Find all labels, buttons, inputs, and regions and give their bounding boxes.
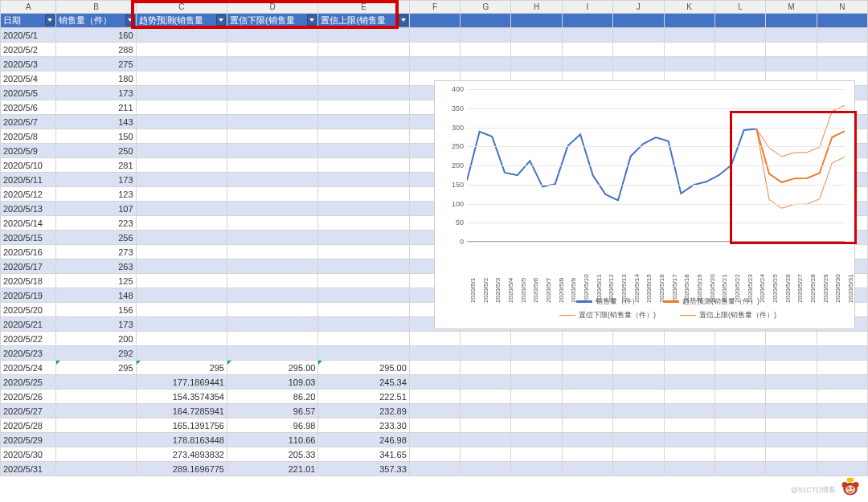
cell[interactable] (136, 288, 227, 303)
column-header[interactable]: M (766, 1, 817, 14)
cell[interactable]: 250 (56, 144, 136, 158)
cell[interactable]: 177.1869441 (136, 375, 227, 390)
table-row[interactable]: 2020/5/2288 (1, 43, 868, 57)
cell[interactable]: 2020/5/26 (1, 390, 56, 404)
column-header[interactable]: B (56, 1, 136, 14)
cell[interactable]: 245.34 (318, 375, 409, 390)
cell[interactable]: 173 (56, 173, 136, 187)
cell[interactable] (136, 346, 227, 361)
cell[interactable]: 123 (56, 187, 136, 202)
header-row[interactable]: 日期销售量（件）趋势预测(销售量置信下限(销售量置信上限(销售量 (1, 14, 868, 28)
cell[interactable]: 2020/5/14 (1, 216, 56, 231)
cell[interactable]: 263 (56, 259, 136, 274)
cell[interactable] (318, 100, 409, 115)
table-row[interactable]: 2020/5/27164.728594196.57232.89 (1, 404, 868, 418)
cell[interactable] (136, 115, 227, 129)
cell[interactable] (227, 100, 317, 115)
cell[interactable]: 295.00 (227, 361, 317, 375)
cell[interactable]: 148 (56, 288, 136, 303)
cell[interactable] (136, 144, 227, 158)
cell[interactable] (318, 202, 409, 216)
cell[interactable]: 2020/5/29 (1, 433, 56, 447)
cell[interactable] (56, 375, 136, 390)
cell[interactable] (136, 231, 227, 245)
cell[interactable] (227, 71, 317, 86)
cell[interactable] (136, 303, 227, 317)
cell[interactable] (136, 173, 227, 187)
cell[interactable]: 295.00 (318, 361, 409, 375)
cell[interactable]: 295 (136, 361, 227, 375)
cell[interactable] (318, 245, 409, 259)
column-header[interactable]: J (613, 1, 664, 14)
cell[interactable]: 357.33 (318, 462, 409, 476)
cell[interactable]: 154.3574354 (136, 390, 227, 404)
table-row[interactable]: 2020/5/3275 (1, 57, 868, 71)
header-cell[interactable]: 销售量（件） (56, 14, 136, 28)
cell[interactable] (56, 390, 136, 404)
cell[interactable]: 173 (56, 317, 136, 332)
cell[interactable]: 256 (56, 231, 136, 245)
cell[interactable] (227, 303, 317, 317)
cell[interactable] (136, 317, 227, 332)
cell[interactable]: 200 (56, 332, 136, 346)
cell[interactable]: 205.33 (227, 447, 317, 462)
cell[interactable]: 156 (56, 303, 136, 317)
header-cell[interactable]: 日期 (1, 14, 56, 28)
cell[interactable] (227, 144, 317, 158)
cell[interactable] (136, 100, 227, 115)
column-header[interactable]: C (136, 1, 227, 14)
cell[interactable] (227, 173, 317, 187)
cell[interactable] (227, 28, 317, 43)
cell[interactable]: 2020/5/11 (1, 173, 56, 187)
cell[interactable] (318, 216, 409, 231)
cell[interactable]: 2020/5/10 (1, 158, 56, 173)
column-header[interactable]: D (227, 1, 317, 14)
cell[interactable] (56, 462, 136, 476)
column-header[interactable]: K (664, 1, 714, 14)
filter-dropdown-icon[interactable] (307, 14, 317, 26)
cell[interactable]: 164.7285941 (136, 404, 227, 418)
cell[interactable]: 2020/5/6 (1, 100, 56, 115)
cell[interactable] (136, 158, 227, 173)
table-row[interactable]: 2020/5/28165.139175696.98233.30 (1, 418, 868, 433)
cell[interactable]: 143 (56, 115, 136, 129)
table-row[interactable]: 2020/5/24295295295.00295.00 (1, 361, 868, 375)
cell[interactable] (318, 144, 409, 158)
cell[interactable] (227, 57, 317, 71)
cell[interactable]: 341.65 (318, 447, 409, 462)
table-row[interactable]: 2020/5/30273.4893832205.33341.65 (1, 447, 868, 462)
cell[interactable] (318, 43, 409, 57)
cell[interactable]: 96.57 (227, 404, 317, 418)
cell[interactable]: 289.1696775 (136, 462, 227, 476)
cell[interactable]: 109.03 (227, 375, 317, 390)
cell[interactable]: 2020/5/22 (1, 332, 56, 346)
cell[interactable]: 2020/5/13 (1, 202, 56, 216)
cell[interactable] (227, 86, 317, 100)
cell[interactable]: 2020/5/15 (1, 231, 56, 245)
cell[interactable] (227, 115, 317, 129)
column-letters-row[interactable]: ABCDEFGHIJKLMN (1, 1, 868, 14)
cell[interactable]: 2020/5/27 (1, 404, 56, 418)
cell[interactable] (136, 259, 227, 274)
cell[interactable] (227, 216, 317, 231)
cell[interactable]: 281 (56, 158, 136, 173)
table-row[interactable]: 2020/5/26154.357435486.20222.51 (1, 390, 868, 404)
cell[interactable] (318, 71, 409, 86)
cell[interactable] (136, 216, 227, 231)
cell[interactable] (136, 86, 227, 100)
cell[interactable] (136, 57, 227, 71)
cell[interactable]: 246.98 (318, 433, 409, 447)
cell[interactable]: 233.30 (318, 418, 409, 433)
cell[interactable] (318, 158, 409, 173)
column-header[interactable]: E (318, 1, 409, 14)
cell[interactable] (136, 28, 227, 43)
cell[interactable] (56, 433, 136, 447)
cell[interactable]: 2020/5/17 (1, 259, 56, 274)
column-header[interactable]: H (511, 1, 562, 14)
cell[interactable]: 2020/5/9 (1, 144, 56, 158)
cell[interactable] (227, 43, 317, 57)
cell[interactable]: 211 (56, 100, 136, 115)
cell[interactable]: 107 (56, 202, 136, 216)
cell[interactable] (56, 404, 136, 418)
cell[interactable]: 2020/5/7 (1, 115, 56, 129)
